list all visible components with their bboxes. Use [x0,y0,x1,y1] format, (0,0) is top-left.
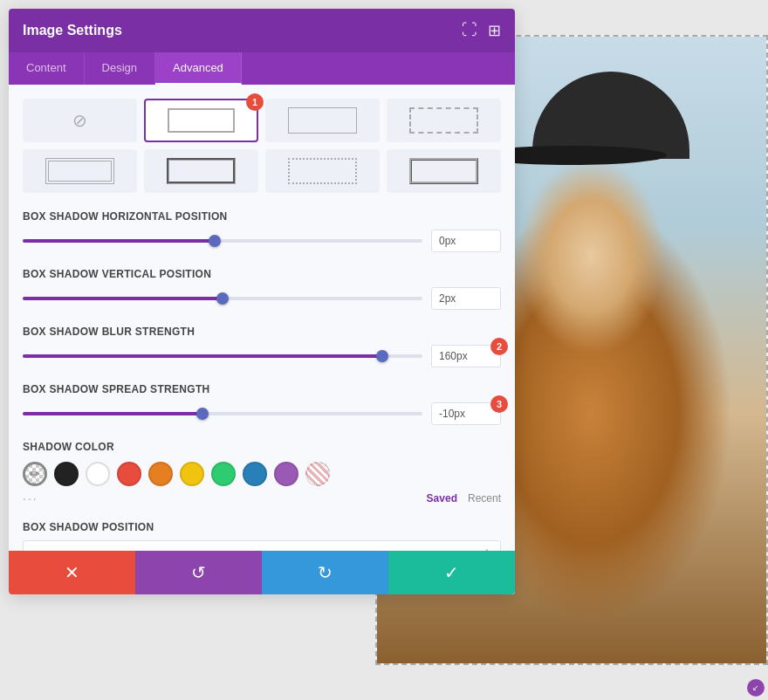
more-colors-icon[interactable]: ··· [23,491,38,505]
panel-content: ⊘ 1 [9,85,515,594]
border-preview-ridge [409,158,478,184]
vertical-slider-track[interactable] [23,297,422,300]
vertical-value-input[interactable] [431,287,501,310]
color-swatch-red[interactable] [117,462,141,486]
color-swatch-purple[interactable] [274,462,298,486]
blur-label: Box Shadow Blur Strength [23,326,501,338]
horizontal-thumb[interactable] [209,235,221,247]
vertical-slider-row [23,287,501,310]
vertical-fill [23,297,223,300]
panel-title: Image Settings [23,23,122,38]
tab-advanced[interactable]: Advanced [155,52,242,85]
horizontal-value-input[interactable] [431,230,501,252]
border-style-none[interactable]: ⊘ [23,99,137,142]
main-container: Image Settings ⛶ ⊞ Content Design Advanc… [0,0,768,700]
horizontal-fill [23,239,215,243]
spread-strength-section: Box Shadow Spread Strength 3 [23,383,501,425]
confirm-button[interactable]: ✓ [388,551,515,594]
resize-handle[interactable]: ↙ [747,679,765,697]
border-style-dashed[interactable] [387,99,501,142]
saved-recent: Saved Recent [427,492,501,504]
border-style-ridge[interactable] [387,149,501,193]
position-label: Box Shadow Position [23,521,501,533]
badge-2: 2 [490,338,508,355]
expand-icon[interactable]: ⛶ [462,21,477,40]
horizontal-label: Box Shadow Horizontal Position [23,210,501,223]
color-swatches: ✏ [23,462,501,486]
panel-header: Image Settings ⛶ ⊞ [9,9,515,52]
vertical-label: Box Shadow Vertical Position [23,268,501,280]
recent-tab[interactable]: Recent [468,492,501,504]
border-preview-double [45,158,114,184]
color-swatch-transparent[interactable]: ✏ [23,462,47,486]
vertical-thumb[interactable] [216,292,229,305]
undo-button[interactable]: ↺ [135,551,262,594]
shadow-color-section: Shadow Color ✏ ··· [23,441,501,505]
color-swatch-yellow[interactable] [180,462,204,486]
border-style-dotted[interactable] [265,149,380,193]
border-style-groove[interactable] [144,149,258,193]
header-icons: ⛶ ⊞ [462,21,501,40]
border-style-solid[interactable]: 1 [144,99,258,142]
spread-slider-row: 3 [23,402,501,425]
color-swatch-striped[interactable] [305,462,330,486]
settings-panel: Image Settings ⛶ ⊞ Content Design Advanc… [9,9,515,594]
blur-fill [23,354,382,358]
redo-button[interactable]: ↻ [262,551,388,594]
border-preview-groove [167,158,236,184]
vertical-position-section: Box Shadow Vertical Position [23,268,501,310]
color-swatch-orange[interactable] [148,462,173,486]
blur-slider-track[interactable] [23,354,422,358]
horizontal-position-section: Box Shadow Horizontal Position [23,210,501,252]
border-style-double[interactable] [23,149,137,193]
badge-1: 1 [246,93,264,111]
blur-thumb[interactable] [376,350,388,362]
color-swatch-blue[interactable] [243,462,267,486]
tab-design[interactable]: Design [85,52,155,85]
spread-fill [23,412,202,415]
saved-tab[interactable]: Saved [427,492,457,504]
spread-label: Box Shadow Spread Strength [23,383,501,395]
shadow-color-label: Shadow Color [23,441,501,453]
columns-icon[interactable]: ⊞ [488,21,501,40]
cancel-button[interactable]: ✕ [9,551,135,594]
bottom-toolbar: ✕ ↺ ↻ ✓ [9,551,515,594]
badge-3: 3 [490,395,508,413]
spread-slider-track[interactable] [23,412,422,415]
border-preview-dashed [409,107,478,134]
blur-slider-row: 2 [23,345,501,367]
border-preview-thin [288,107,357,134]
spread-thumb[interactable] [196,408,209,420]
color-swatch-green[interactable] [211,462,236,486]
border-preview-solid [168,108,234,133]
tab-content[interactable]: Content [9,52,85,85]
horizontal-slider-track[interactable] [23,239,422,243]
color-swatch-white[interactable] [86,462,110,486]
saved-recent-row: ··· Saved Recent [23,491,501,505]
horizontal-slider-row [23,230,501,252]
border-preview-dotted [288,158,357,184]
tabs-bar: Content Design Advanced [9,52,515,85]
color-swatch-black[interactable] [54,462,79,486]
blur-strength-section: Box Shadow Blur Strength 2 [23,326,501,367]
border-style-thin[interactable] [265,99,380,142]
border-style-grid: ⊘ 1 [23,99,501,193]
